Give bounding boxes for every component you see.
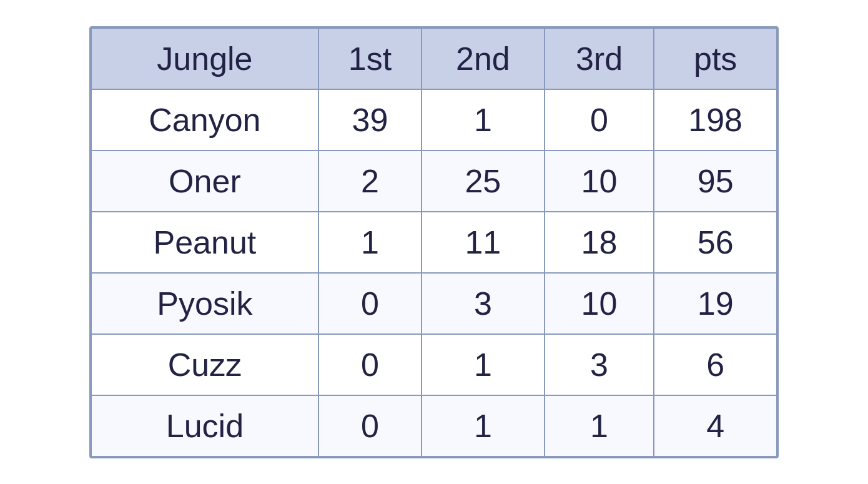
cell-r1-c0: Oner <box>91 151 318 212</box>
col-header-3rd: 3rd <box>545 28 654 89</box>
table-row: Lucid0114 <box>91 395 777 457</box>
cell-r4-c1: 0 <box>318 334 422 395</box>
stats-table-wrapper: Jungle 1st 2nd 3rd pts Canyon3910198Oner… <box>89 26 779 458</box>
cell-r5-c1: 0 <box>318 395 422 457</box>
cell-r5-c3: 1 <box>545 395 654 457</box>
col-header-2nd: 2nd <box>422 28 545 89</box>
cell-r0-c0: Canyon <box>91 89 318 151</box>
cell-r4-c0: Cuzz <box>91 334 318 395</box>
cell-r3-c4: 19 <box>654 273 777 334</box>
cell-r3-c3: 10 <box>545 273 654 334</box>
table-row: Canyon3910198 <box>91 89 777 151</box>
cell-r2-c0: Peanut <box>91 212 318 273</box>
table-row: Oner2251095 <box>91 151 777 212</box>
cell-r5-c2: 1 <box>422 395 545 457</box>
cell-r3-c1: 0 <box>318 273 422 334</box>
cell-r2-c2: 11 <box>422 212 545 273</box>
cell-r1-c2: 25 <box>422 151 545 212</box>
jungle-stats-table: Jungle 1st 2nd 3rd pts Canyon3910198Oner… <box>91 27 777 457</box>
col-header-pts: pts <box>654 28 777 89</box>
cell-r4-c3: 3 <box>545 334 654 395</box>
col-header-jungle: Jungle <box>91 28 318 89</box>
cell-r0-c2: 1 <box>422 89 545 151</box>
cell-r2-c1: 1 <box>318 212 422 273</box>
table-row: Peanut1111856 <box>91 212 777 273</box>
col-header-1st: 1st <box>318 28 422 89</box>
cell-r2-c4: 56 <box>654 212 777 273</box>
cell-r1-c1: 2 <box>318 151 422 212</box>
cell-r3-c0: Pyosik <box>91 273 318 334</box>
table-row: Cuzz0136 <box>91 334 777 395</box>
table-body: Canyon3910198Oner2251095Peanut1111856Pyo… <box>91 89 777 457</box>
cell-r0-c4: 198 <box>654 89 777 151</box>
cell-r4-c2: 1 <box>422 334 545 395</box>
cell-r2-c3: 18 <box>545 212 654 273</box>
cell-r3-c2: 3 <box>422 273 545 334</box>
cell-r5-c4: 4 <box>654 395 777 457</box>
cell-r4-c4: 6 <box>654 334 777 395</box>
table-header-row: Jungle 1st 2nd 3rd pts <box>91 28 777 89</box>
cell-r1-c3: 10 <box>545 151 654 212</box>
cell-r5-c0: Lucid <box>91 395 318 457</box>
cell-r0-c1: 39 <box>318 89 422 151</box>
cell-r0-c3: 0 <box>545 89 654 151</box>
cell-r1-c4: 95 <box>654 151 777 212</box>
table-row: Pyosik031019 <box>91 273 777 334</box>
